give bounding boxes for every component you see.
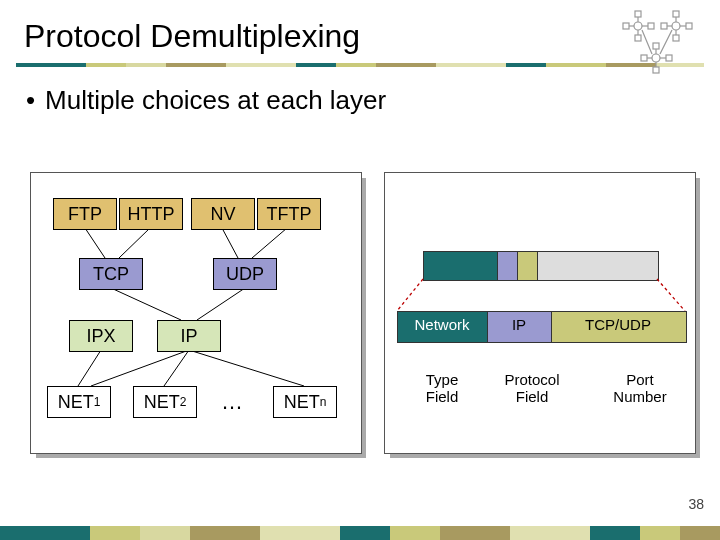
svg-rect-16 xyxy=(641,55,647,61)
svg-rect-10 xyxy=(686,23,692,29)
svg-line-32 xyxy=(189,350,304,386)
sub-type: Type Field xyxy=(397,371,487,405)
svg-rect-4 xyxy=(635,11,641,17)
bullet-text: Multiple choices at each layer xyxy=(26,85,720,116)
svg-line-29 xyxy=(78,350,101,386)
svg-rect-19 xyxy=(653,67,659,73)
svg-point-6 xyxy=(634,22,642,30)
pkt-seg-tp xyxy=(517,251,539,281)
trans-udp: UDP xyxy=(213,258,277,290)
svg-line-27 xyxy=(111,288,181,320)
net-ip: IP xyxy=(157,320,221,352)
sub-port: Port Number xyxy=(595,371,685,405)
trans-tcp: TCP xyxy=(79,258,143,290)
svg-line-25 xyxy=(222,228,238,258)
right-panel: Network IP TCP/UDP Type Field Protocol F… xyxy=(384,172,696,454)
lbl-network: Network xyxy=(397,316,487,333)
svg-rect-18 xyxy=(653,43,659,49)
footer-bar xyxy=(0,526,720,540)
app-http: HTTP xyxy=(119,198,183,230)
lbl-tcpudp: TCP/UDP xyxy=(551,316,685,333)
svg-point-20 xyxy=(652,54,660,62)
logo-icon xyxy=(606,8,706,78)
link-net1: NET1 xyxy=(47,386,111,418)
svg-line-26 xyxy=(252,228,287,258)
svg-rect-9 xyxy=(661,23,667,29)
svg-rect-17 xyxy=(666,55,672,61)
svg-rect-5 xyxy=(635,35,641,41)
net-ipx: IPX xyxy=(69,320,133,352)
app-tftp: TFTP xyxy=(257,198,321,230)
app-nv: NV xyxy=(191,198,255,230)
svg-line-22 xyxy=(660,30,672,54)
pkt-seg-pay xyxy=(537,251,659,281)
pkt-seg-net xyxy=(423,251,499,281)
svg-rect-12 xyxy=(673,35,679,41)
sub-proto: Protocol Field xyxy=(487,371,577,405)
svg-rect-11 xyxy=(673,11,679,17)
svg-line-31 xyxy=(164,350,189,386)
svg-line-21 xyxy=(642,30,652,54)
svg-line-28 xyxy=(197,288,245,320)
svg-rect-2 xyxy=(623,23,629,29)
svg-point-13 xyxy=(672,22,680,30)
link-netn: NETn xyxy=(273,386,337,418)
title-underline xyxy=(16,63,704,67)
svg-line-34 xyxy=(657,279,685,311)
svg-line-23 xyxy=(85,228,105,258)
svg-line-24 xyxy=(119,228,150,258)
svg-rect-3 xyxy=(648,23,654,29)
svg-line-30 xyxy=(91,350,189,386)
page-number: 38 xyxy=(688,496,704,512)
left-panel: FTP HTTP NV TFTP TCP UDP IPX IP NET1 NET… xyxy=(30,172,362,454)
app-ftp: FTP xyxy=(53,198,117,230)
link-net2: NET2 xyxy=(133,386,197,418)
lbl-ip: IP xyxy=(487,316,551,333)
svg-line-33 xyxy=(397,279,423,311)
link-ellipsis: … xyxy=(221,389,243,415)
pkt-seg-ip xyxy=(497,251,519,281)
